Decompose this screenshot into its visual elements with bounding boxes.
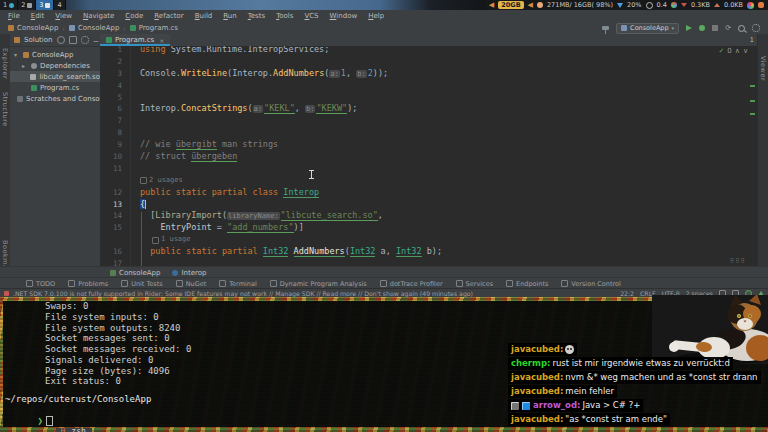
run-button[interactable] — [686, 25, 692, 31]
build-icon[interactable] — [602, 26, 609, 30]
menu-window[interactable]: Window — [330, 12, 358, 20]
prev-issue-icon[interactable]: ∧ — [735, 47, 740, 55]
toolwindow-problems[interactable]: Problems — [68, 280, 108, 288]
code-line-9[interactable]: 9// wie übergibt man strings — [100, 139, 758, 151]
menu-code[interactable]: Code — [125, 12, 143, 20]
menu-help[interactable]: Help — [368, 12, 384, 20]
chat-username[interactable]: javacubed: — [511, 344, 563, 355]
menu-view[interactable]: View — [55, 12, 72, 20]
code-line-17[interactable]: 17 — [100, 258, 758, 266]
code-line-1[interactable]: 1using System.Runtime.InteropServices; — [100, 46, 758, 56]
tree-item-consoleapp[interactable]: ▾ConsoleApp — [10, 49, 100, 60]
search-icon[interactable] — [738, 25, 745, 32]
menu-run[interactable]: Run — [223, 12, 236, 20]
tree-arrow-icon[interactable]: ▸ — [22, 62, 28, 69]
breadcrumb-file[interactable]: Program.cs — [130, 24, 178, 32]
debug-button[interactable] — [699, 25, 705, 31]
close-tab-icon[interactable]: × — [159, 37, 164, 44]
code-line-12[interactable]: 12public static partial class Interop — [100, 187, 758, 199]
code-line-5[interactable]: 5 — [100, 92, 758, 104]
tree-item-program-cs[interactable]: Program.cs — [10, 82, 100, 93]
toolwindow-todo[interactable]: TODO — [26, 280, 55, 288]
toolwindow-terminal[interactable]: Terminal — [219, 280, 256, 288]
tab-program-cs[interactable]: Program.cs × — [100, 34, 170, 46]
code-line-10[interactable]: 10// struct übergeben — [100, 151, 758, 163]
code-text: [LibraryImport(libraryName:"libcute_sear… — [122, 210, 383, 222]
parameter-hint: b: — [305, 105, 315, 113]
chat-username[interactable]: arrow_od: — [533, 400, 580, 411]
code-line-11[interactable]: 11 — [100, 163, 758, 175]
tree-item-scratches-and-consoles[interactable]: Scratches and Consoles — [10, 93, 100, 104]
hide-panel-icon[interactable] — [93, 41, 99, 42]
code-line-7[interactable]: 7 — [100, 115, 758, 127]
menu-tools[interactable]: Tools — [276, 12, 293, 20]
chat-message: javacubed: — [508, 343, 577, 356]
toolwindow-dottrace-profiler[interactable]: dotTrace Profiler — [380, 280, 443, 288]
code-line-3[interactable]: 3Console.WriteLine(Interop.AddNumbers(a:… — [100, 68, 758, 80]
tool-stripe-structure[interactable]: Structure — [1, 92, 9, 127]
workspace-4[interactable]: 4 — [54, 0, 65, 10]
menu-vcs[interactable]: VCS — [304, 12, 318, 20]
tree-item-dependencies[interactable]: ▸Dependencies — [10, 60, 100, 71]
chat-username[interactable]: javacubed: — [511, 386, 563, 397]
scrollbar[interactable] — [750, 46, 755, 266]
toolwindow-dynamic-program-analysis[interactable]: Dynamic Program Analysis — [270, 280, 367, 288]
breadcrumb-solution[interactable]: ConsoleApp — [8, 24, 58, 32]
settings-gear-icon[interactable] — [752, 24, 760, 32]
chevron-down-icon: ▾ — [672, 25, 675, 31]
breadcrumb-consoleapp[interactable]: ConsoleApp — [110, 269, 160, 277]
menu-build[interactable]: Build — [195, 12, 213, 20]
inspections-widget[interactable]: ✓ 0 ∧ ∨ — [718, 47, 748, 55]
toolwindow-nuget[interactable]: NuGet — [176, 280, 207, 288]
usages-inlay-hint[interactable]: 2 usages — [100, 175, 758, 187]
tree-arrow-icon[interactable]: ▾ — [14, 51, 20, 58]
tray-app-icon-2[interactable] — [758, 2, 764, 8]
toolwindow-unit-tests[interactable]: Unit Tests — [121, 280, 162, 288]
expand-all-icon[interactable] — [69, 36, 77, 44]
code-line-16[interactable]: 16 public static partial Int32 AddNumber… — [100, 246, 758, 258]
code-line-6[interactable]: 6Interop.ConcatStrings(a:"KEKL", b:"KEKW… — [100, 103, 758, 115]
chat-username[interactable]: javacubed: — [511, 414, 563, 425]
tray-app-icon[interactable] — [747, 2, 754, 9]
breadcrumb-project[interactable]: ConsoleApp — [69, 24, 119, 32]
csharp-file-icon — [106, 37, 112, 43]
solution-panel-title[interactable]: Solution — [24, 36, 53, 44]
tree-item-libcute-search-so[interactable]: libcute_search.so — [10, 71, 100, 82]
toolwindow-services[interactable]: Services — [456, 280, 493, 288]
vcs-change-mark — [750, 85, 755, 87]
menu-refactor[interactable]: Refactor — [154, 12, 183, 20]
menu-file[interactable]: File — [8, 12, 20, 20]
toolwindow-endpoints[interactable]: Endpoints — [506, 280, 548, 288]
tool-stripe-explorer[interactable]: Explorer — [1, 48, 9, 79]
locate-file-icon[interactable] — [57, 36, 65, 44]
caret-position[interactable]: 22:2 — [620, 290, 634, 297]
usages-inlay-hint[interactable]: 1 usage — [100, 234, 758, 246]
code-line-4[interactable]: 4 — [100, 80, 758, 92]
menu-tests[interactable]: Tests — [248, 12, 265, 20]
code-line-13[interactable]: 13{ — [100, 199, 758, 211]
code-line-15[interactable]: 15 EntryPoint = "add_numbers")] — [100, 222, 758, 234]
tree-item-label: ConsoleApp — [32, 51, 73, 59]
code-line-14[interactable]: 14 [LibraryImport(libraryName:"libcute_s… — [100, 210, 758, 222]
run-config-select[interactable]: ConsoleApp ▾ — [616, 23, 679, 34]
chat-username[interactable]: chermp: — [511, 358, 550, 369]
code-editor[interactable]: 1using System.Runtime.InteropServices;23… — [100, 46, 758, 266]
toolwindow-version-control[interactable]: Version Control — [561, 280, 620, 288]
code-token: )); — [373, 68, 388, 78]
code-line-2[interactable]: 2 — [100, 56, 758, 68]
profiler-icon[interactable]: ⟳ — [725, 24, 731, 32]
breadcrumb-interop[interactable]: Interop — [172, 269, 206, 277]
panel-settings-icon[interactable] — [81, 36, 89, 44]
menu-navigate[interactable]: Navigate — [83, 12, 114, 20]
workspace-3[interactable]: 3 — [36, 0, 54, 10]
menu-edit[interactable]: Edit — [31, 12, 45, 20]
gray-badge-icon — [511, 402, 519, 410]
stop-button[interactable] — [712, 25, 718, 31]
next-issue-icon[interactable]: ∨ — [743, 47, 748, 55]
tool-stripe-viewer[interactable]: Viewer — [759, 56, 767, 81]
status-message[interactable]: .NET SDK 7.0.100 is not fully supported … — [13, 290, 473, 297]
workspace-1[interactable]: 1 — [0, 0, 18, 10]
workspace-2[interactable]: 2 — [18, 0, 36, 10]
chat-username[interactable]: javacubed: — [511, 372, 563, 383]
code-line-8[interactable]: 8 — [100, 127, 758, 139]
